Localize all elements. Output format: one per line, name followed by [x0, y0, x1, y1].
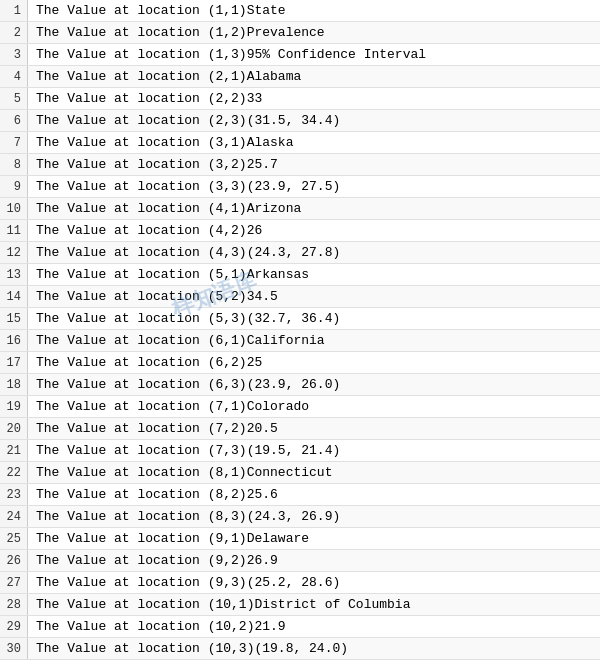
table-row: 15The Value at location (5,3)(32.7, 36.4… — [0, 308, 600, 330]
row-content: The Value at location (10,3)(19.8, 24.0) — [28, 641, 348, 656]
row-content: The Value at location (9,3)(25.2, 28.6) — [28, 575, 340, 590]
row-content: The Value at location (8,1)Connecticut — [28, 465, 332, 480]
row-number: 16 — [0, 330, 28, 351]
table-row: 3The Value at location (1,3)95% Confiden… — [0, 44, 600, 66]
table-row: 4The Value at location (2,1)Alabama — [0, 66, 600, 88]
row-content: The Value at location (1,3)95% Confidenc… — [28, 47, 426, 62]
row-content: The Value at location (3,1)Alaska — [28, 135, 293, 150]
table-row: 27The Value at location (9,3)(25.2, 28.6… — [0, 572, 600, 594]
row-content: The Value at location (2,3)(31.5, 34.4) — [28, 113, 340, 128]
table-row: 13The Value at location (5,1)Arkansas — [0, 264, 600, 286]
row-content: The Value at location (7,1)Colorado — [28, 399, 309, 414]
table-row: 12The Value at location (4,3)(24.3, 27.8… — [0, 242, 600, 264]
row-number: 21 — [0, 440, 28, 461]
row-number: 18 — [0, 374, 28, 395]
row-number: 7 — [0, 132, 28, 153]
row-number: 11 — [0, 220, 28, 241]
row-number: 9 — [0, 176, 28, 197]
table-row: 16The Value at location (6,1)California — [0, 330, 600, 352]
table-row: 20The Value at location (7,2)20.5 — [0, 418, 600, 440]
row-content: The Value at location (3,2)25.7 — [28, 157, 278, 172]
row-number: 30 — [0, 638, 28, 659]
table-row: 11The Value at location (4,2)26 — [0, 220, 600, 242]
row-number: 12 — [0, 242, 28, 263]
row-number: 10 — [0, 198, 28, 219]
table-row: 21The Value at location (7,3)(19.5, 21.4… — [0, 440, 600, 462]
row-content: The Value at location (7,3)(19.5, 21.4) — [28, 443, 340, 458]
row-content: The Value at location (1,1)State — [28, 3, 286, 18]
row-number: 29 — [0, 616, 28, 637]
table-row: 17The Value at location (6,2)25 — [0, 352, 600, 374]
table-row: 25The Value at location (9,1)Delaware — [0, 528, 600, 550]
row-number: 26 — [0, 550, 28, 571]
row-content: The Value at location (6,2)25 — [28, 355, 262, 370]
table-row: 22The Value at location (8,1)Connecticut — [0, 462, 600, 484]
row-number: 1 — [0, 0, 28, 21]
row-number: 6 — [0, 110, 28, 131]
table-row: 29The Value at location (10,2)21.9 — [0, 616, 600, 638]
table-row: 10The Value at location (4,1)Arizona — [0, 198, 600, 220]
row-content: The Value at location (2,2)33 — [28, 91, 262, 106]
row-number: 22 — [0, 462, 28, 483]
table-row: 5The Value at location (2,2)33 — [0, 88, 600, 110]
row-number: 19 — [0, 396, 28, 417]
row-content: The Value at location (3,3)(23.9, 27.5) — [28, 179, 340, 194]
row-content: The Value at location (9,2)26.9 — [28, 553, 278, 568]
table-row: 14The Value at location (5,2)34.5 — [0, 286, 600, 308]
row-content: The Value at location (7,2)20.5 — [28, 421, 278, 436]
row-number: 17 — [0, 352, 28, 373]
table-row: 19The Value at location (7,1)Colorado — [0, 396, 600, 418]
data-table: 1The Value at location (1,1)State2The Va… — [0, 0, 600, 663]
row-content: The Value at location (1,2)Prevalence — [28, 25, 325, 40]
row-content: The Value at location (6,1)California — [28, 333, 325, 348]
row-content: The Value at location (6,3)(23.9, 26.0) — [28, 377, 340, 392]
row-content: The Value at location (4,3)(24.3, 27.8) — [28, 245, 340, 260]
table-row: 26The Value at location (9,2)26.9 — [0, 550, 600, 572]
row-number: 20 — [0, 418, 28, 439]
row-number: 28 — [0, 594, 28, 615]
table-row: 2The Value at location (1,2)Prevalence — [0, 22, 600, 44]
row-content: The Value at location (8,3)(24.3, 26.9) — [28, 509, 340, 524]
row-number: 4 — [0, 66, 28, 87]
row-content: The Value at location (4,2)26 — [28, 223, 262, 238]
row-content: The Value at location (5,3)(32.7, 36.4) — [28, 311, 340, 326]
table-row: 6The Value at location (2,3)(31.5, 34.4) — [0, 110, 600, 132]
table-row: 30The Value at location (10,3)(19.8, 24.… — [0, 638, 600, 660]
table-row: 28The Value at location (10,1)District o… — [0, 594, 600, 616]
table-row: 24The Value at location (8,3)(24.3, 26.9… — [0, 506, 600, 528]
row-number: 27 — [0, 572, 28, 593]
row-number: 24 — [0, 506, 28, 527]
row-number: 5 — [0, 88, 28, 109]
row-number: 14 — [0, 286, 28, 307]
table-row: 23The Value at location (8,2)25.6 — [0, 484, 600, 506]
table-row: 1The Value at location (1,1)State — [0, 0, 600, 22]
row-number: 2 — [0, 22, 28, 43]
table-row: 9The Value at location (3,3)(23.9, 27.5) — [0, 176, 600, 198]
row-content: The Value at location (4,1)Arizona — [28, 201, 301, 216]
row-content: The Value at location (8,2)25.6 — [28, 487, 278, 502]
row-content: The Value at location (2,1)Alabama — [28, 69, 301, 84]
row-number: 23 — [0, 484, 28, 505]
row-content: The Value at location (10,1)District of … — [28, 597, 410, 612]
row-content: The Value at location (10,2)21.9 — [28, 619, 286, 634]
row-number: 15 — [0, 308, 28, 329]
row-number: 13 — [0, 264, 28, 285]
table-row: 8The Value at location (3,2)25.7 — [0, 154, 600, 176]
row-content: The Value at location (5,2)34.5 — [28, 289, 278, 304]
row-content: The Value at location (9,1)Delaware — [28, 531, 309, 546]
row-number: 25 — [0, 528, 28, 549]
table-row: 18The Value at location (6,3)(23.9, 26.0… — [0, 374, 600, 396]
row-number: 3 — [0, 44, 28, 65]
row-content: The Value at location (5,1)Arkansas — [28, 267, 309, 282]
table-row: 7The Value at location (3,1)Alaska — [0, 132, 600, 154]
row-number: 8 — [0, 154, 28, 175]
